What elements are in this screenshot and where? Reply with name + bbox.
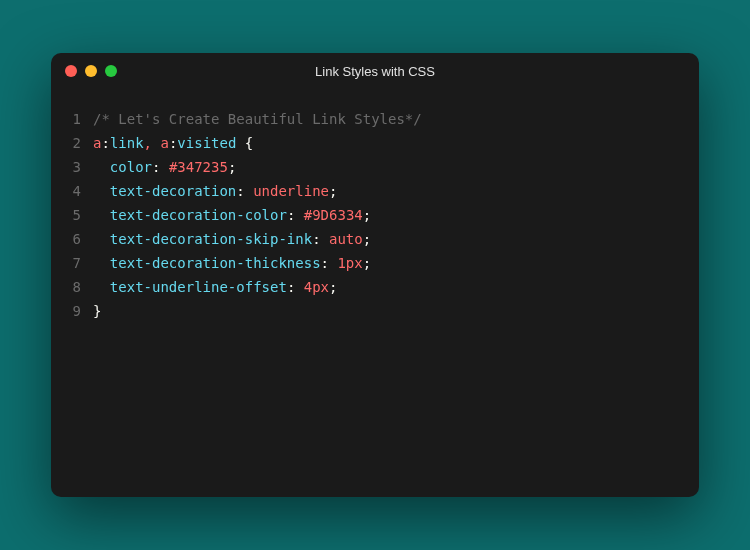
token-val-hex: #347235 xyxy=(169,159,228,175)
token-val-hex: #9D6334 xyxy=(304,207,363,223)
token-punct xyxy=(93,207,110,223)
code-content[interactable]: /* Let's Create Beautiful Link Styles*/ xyxy=(93,107,422,131)
line-number: 5 xyxy=(51,203,93,227)
line-number: 6 xyxy=(51,227,93,251)
line-number: 4 xyxy=(51,179,93,203)
code-content[interactable]: text-decoration-color: #9D6334; xyxy=(93,203,371,227)
token-punct: ; xyxy=(363,231,371,247)
token-prop: text-decoration xyxy=(110,183,236,199)
code-content[interactable]: text-decoration-thickness: 1px; xyxy=(93,251,371,275)
code-line[interactable]: 2a:link, a:visited { xyxy=(51,131,699,155)
code-line[interactable]: 6 text-decoration-skip-ink: auto; xyxy=(51,227,699,251)
line-number: 3 xyxy=(51,155,93,179)
token-punct: ; xyxy=(363,207,371,223)
code-line[interactable]: 5 text-decoration-color: #9D6334; xyxy=(51,203,699,227)
code-line[interactable]: 4 text-decoration: underline; xyxy=(51,179,699,203)
traffic-lights xyxy=(65,65,117,77)
token-punct xyxy=(93,183,110,199)
code-content[interactable]: } xyxy=(93,299,101,323)
token-pseudo: link xyxy=(110,135,144,151)
token-prop: color xyxy=(110,159,152,175)
window-titlebar: Link Styles with CSS xyxy=(51,53,699,89)
code-window: Link Styles with CSS 1/* Let's Create Be… xyxy=(51,53,699,497)
minimize-icon[interactable] xyxy=(85,65,97,77)
line-number: 9 xyxy=(51,299,93,323)
token-punct: : xyxy=(321,255,338,271)
token-punct xyxy=(93,255,110,271)
token-comment: /* Let's Create Beautiful Link Styles*/ xyxy=(93,111,422,127)
token-val-keyword: auto xyxy=(329,231,363,247)
code-content[interactable]: color: #347235; xyxy=(93,155,236,179)
code-editor[interactable]: 1/* Let's Create Beautiful Link Styles*/… xyxy=(51,89,699,497)
code-line[interactable]: 9} xyxy=(51,299,699,323)
code-line[interactable]: 8 text-underline-offset: 4px; xyxy=(51,275,699,299)
token-punct: ; xyxy=(329,279,337,295)
code-content[interactable]: text-decoration: underline; xyxy=(93,179,337,203)
token-punct: ; xyxy=(228,159,236,175)
token-prop: text-decoration-color xyxy=(110,207,287,223)
token-punct: : xyxy=(152,159,169,175)
token-punct: { xyxy=(236,135,253,151)
token-punct: ; xyxy=(329,183,337,199)
token-punct xyxy=(93,231,110,247)
token-pseudo: visited xyxy=(177,135,236,151)
line-number: 1 xyxy=(51,107,93,131)
token-punct: ; xyxy=(363,255,371,271)
token-val-keyword: underline xyxy=(253,183,329,199)
token-punct: : xyxy=(101,135,109,151)
window-title: Link Styles with CSS xyxy=(51,64,699,79)
code-content[interactable]: text-decoration-skip-ink: auto; xyxy=(93,227,371,251)
token-punct xyxy=(93,159,110,175)
code-line[interactable]: 7 text-decoration-thickness: 1px; xyxy=(51,251,699,275)
token-prop: text-decoration-thickness xyxy=(110,255,321,271)
token-prop: text-underline-offset xyxy=(110,279,287,295)
line-number: 7 xyxy=(51,251,93,275)
code-content[interactable]: a:link, a:visited { xyxy=(93,131,253,155)
token-prop: text-decoration-skip-ink xyxy=(110,231,312,247)
token-punct: : xyxy=(236,183,253,199)
code-line[interactable]: 1/* Let's Create Beautiful Link Styles*/ xyxy=(51,107,699,131)
token-val-num: 1px xyxy=(337,255,362,271)
line-number: 2 xyxy=(51,131,93,155)
token-punct: : xyxy=(287,279,304,295)
code-content[interactable]: text-underline-offset: 4px; xyxy=(93,275,337,299)
token-selector: a xyxy=(160,135,168,151)
close-icon[interactable] xyxy=(65,65,77,77)
token-val-num: 4px xyxy=(304,279,329,295)
line-number: 8 xyxy=(51,275,93,299)
token-punct: } xyxy=(93,303,101,319)
token-punct: : xyxy=(312,231,329,247)
token-punct xyxy=(93,279,110,295)
code-line[interactable]: 3 color: #347235; xyxy=(51,155,699,179)
token-selector: , xyxy=(144,135,152,151)
zoom-icon[interactable] xyxy=(105,65,117,77)
token-punct: : xyxy=(287,207,304,223)
